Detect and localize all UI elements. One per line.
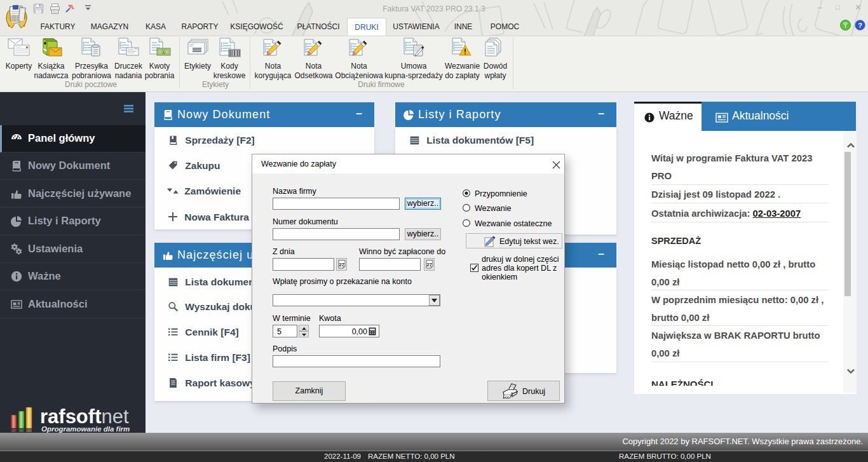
svg-text:27: 27 [339,262,344,268]
svg-text:?: ? [858,22,862,29]
svg-text:$: $ [163,50,165,54]
svg-text:27: 27 [426,262,432,268]
